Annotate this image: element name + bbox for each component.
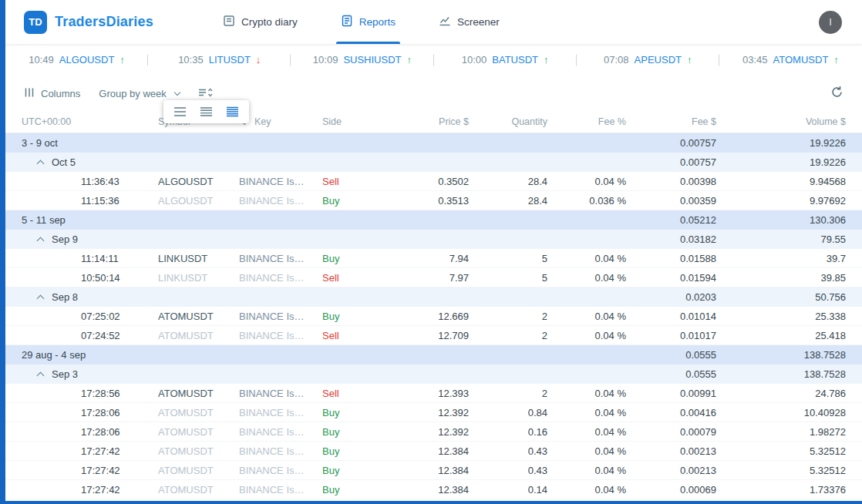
trade-fee-pct: 0.04 % — [551, 461, 628, 479]
nav-reports[interactable]: Reports — [341, 0, 396, 44]
header-price[interactable]: Price $ — [379, 116, 472, 127]
group-row-day[interactable]: Sep 80.020350.756 — [5, 287, 862, 307]
columns-button[interactable]: Columns — [24, 87, 80, 100]
nav-label: Screener — [457, 16, 500, 28]
trade-symbol: ATOMUSDT — [142, 307, 223, 325]
header-fee[interactable]: Fee $ — [628, 116, 718, 127]
density-standard-icon[interactable] — [200, 106, 213, 117]
trade-fee: 0.01594 — [628, 268, 718, 287]
group-row-day[interactable]: Sep 90.0318279.55 — [5, 230, 862, 249]
group-label-text: 29 aug - 4 sep — [22, 349, 86, 361]
group-row-week[interactable]: 29 aug - 4 sep0.0555138.7528 — [5, 345, 862, 365]
trade-key: BINANCE Is… — [223, 268, 306, 287]
empty-cell — [306, 365, 379, 384]
collapse-chevron-icon[interactable] — [37, 160, 45, 167]
ticker-symbol[interactable]: BATUSDT — [492, 54, 538, 66]
empty-cell — [472, 287, 551, 307]
ticker-symbol[interactable]: APEUSDT — [635, 54, 682, 66]
trade-fee: 0.00079 — [628, 422, 718, 441]
header-side[interactable]: Side — [306, 116, 379, 127]
trade-quantity: 28.4 — [472, 172, 551, 190]
trade-price: 12.669 — [379, 307, 472, 325]
ticker-symbol[interactable]: ALGOUSDT — [59, 54, 115, 66]
trade-volume: 39.7 — [718, 249, 862, 267]
group-label: 5 - 11 sep — [5, 210, 142, 230]
header-quantity[interactable]: Quantity — [472, 116, 551, 127]
empty-cell — [472, 153, 551, 172]
trade-row[interactable]: 17:27:42ATOMUSDTBINANCE Is…Buy12.3840.14… — [5, 480, 862, 499]
trade-quantity: 0.84 — [472, 403, 551, 422]
refresh-button[interactable] — [830, 86, 843, 101]
trade-row[interactable]: 17:27:42ATOMUSDTBINANCE Is…Buy12.3840.43… — [5, 442, 862, 461]
empty-cell — [472, 345, 551, 365]
collapse-chevron-icon[interactable] — [37, 371, 45, 379]
trade-fee: 0.00416 — [628, 403, 718, 422]
header-utc[interactable]: UTC+00:00 — [5, 116, 142, 127]
group-row-day[interactable]: Oct 50.0075719.9226 — [5, 153, 862, 172]
empty-cell — [306, 230, 379, 249]
trade-fee: 0.00213 — [628, 461, 718, 479]
row-density-button[interactable] — [198, 87, 213, 100]
trade-row[interactable]: 11:14:11LINKUSDTBINANCE Is…Buy7.9450.04 … — [5, 249, 862, 268]
nav-screener[interactable]: Screener — [439, 0, 500, 44]
trade-key: BINANCE Is… — [223, 403, 306, 422]
trade-key: BINANCE Is… — [223, 172, 306, 190]
trade-row[interactable]: 17:28:06ATOMUSDTBINANCE Is…Buy12.3920.84… — [5, 403, 862, 422]
trade-row[interactable]: 17:28:06ATOMUSDTBINANCE Is…Buy12.3920.16… — [5, 422, 862, 442]
trade-price: 12.384 — [379, 480, 472, 499]
trade-fee-pct: 0.04 % — [551, 442, 628, 460]
ticker-time: 10:35 — [178, 54, 204, 66]
trade-fee-pct: 0.036 % — [551, 191, 628, 210]
trade-row[interactable]: 07:24:52ATOMUSDTBINANCE Is…Sell12.70920.… — [5, 326, 862, 345]
trade-row[interactable]: 07:25:02ATOMUSDTBINANCE Is…Buy12.66920.0… — [5, 307, 862, 326]
empty-cell — [306, 345, 379, 365]
trade-side: Sell — [306, 384, 379, 402]
trade-quantity: 0.43 — [472, 442, 551, 460]
trade-row[interactable]: 11:36:43ALGOUSDTBINANCE Is…Sell0.350228.… — [5, 172, 862, 191]
density-compact-icon[interactable] — [226, 106, 239, 117]
empty-cell — [551, 133, 628, 153]
group-label: Oct 5 — [5, 153, 142, 172]
group-row-week[interactable]: 5 - 11 sep0.05212130.306 — [5, 210, 862, 230]
diary-icon — [223, 15, 235, 29]
trade-key: BINANCE Is… — [223, 480, 306, 499]
header-fee-pct[interactable]: Fee % — [551, 116, 628, 127]
group-row-day[interactable]: Sep 30.0555138.7528 — [5, 365, 862, 384]
trade-row[interactable]: 17:27:42ATOMUSDTBINANCE Is…Buy12.3840.43… — [5, 461, 862, 480]
group-fee: 0.0555 — [628, 345, 718, 365]
empty-cell — [223, 133, 306, 153]
trade-fee-pct: 0.04 % — [551, 249, 628, 267]
trade-side: Buy — [306, 307, 379, 325]
group-by-label: Group by week — [99, 88, 166, 99]
group-by-select[interactable]: Group by week — [99, 88, 179, 99]
trade-symbol: ATOMUSDT — [142, 326, 223, 344]
empty-cell — [472, 210, 551, 230]
arrow-up-icon: ↑ — [833, 54, 839, 66]
trade-volume: 39.85 — [718, 268, 862, 287]
row-density-icon — [198, 87, 213, 100]
collapse-chevron-icon[interactable] — [37, 237, 45, 244]
table-header-row: UTC+00:00 Symbol Key Side Price $ Quanti… — [5, 111, 862, 133]
trade-row[interactable]: 10:50:14LINKUSDTBINANCE Is…Sell7.9750.04… — [5, 268, 862, 287]
trade-row[interactable]: 17:28:56ATOMUSDTBINANCE Is…Sell12.39320.… — [5, 384, 862, 403]
group-volume: 50.756 — [718, 287, 862, 307]
empty-cell — [472, 133, 551, 153]
collapse-chevron-icon[interactable] — [37, 294, 45, 302]
ticker-symbol[interactable]: ATOMUSDT — [773, 54, 829, 66]
empty-cell — [306, 287, 379, 307]
brand-title: TradersDiaries — [55, 14, 153, 30]
group-fee: 0.05212 — [628, 210, 718, 230]
trade-side: Buy — [306, 480, 379, 499]
ticker-symbol[interactable]: LITUSDT — [209, 54, 251, 66]
trade-row[interactable]: 11:15:36ALGOUSDTBINANCE Is…Buy0.351328.4… — [5, 191, 862, 210]
header-volume[interactable]: Volume $ — [718, 116, 862, 127]
columns-label: Columns — [41, 88, 80, 99]
group-row-week[interactable]: 3 - 9 oct0.0075719.9226 — [5, 133, 862, 153]
nav-crypto-diary[interactable]: Crypto diary — [223, 0, 298, 44]
ticker-symbol[interactable]: SUSHIUSDT — [343, 54, 401, 66]
group-label: Sep 9 — [5, 230, 142, 249]
density-comfortable-icon[interactable] — [173, 106, 187, 117]
user-avatar[interactable]: I — [819, 11, 842, 34]
arrow-up-icon: ↑ — [120, 54, 125, 66]
empty-cell — [379, 153, 472, 172]
